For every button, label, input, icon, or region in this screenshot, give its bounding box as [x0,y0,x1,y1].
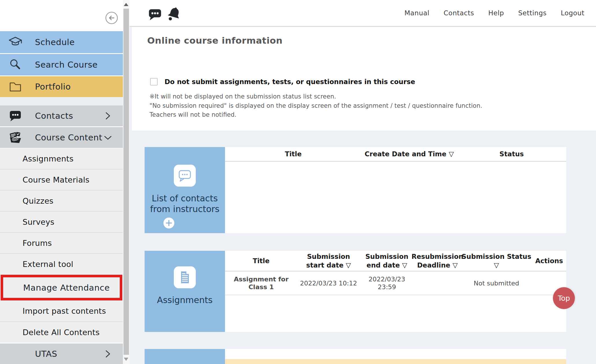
bell-icon[interactable] [167,6,182,21]
main-area: Manual Contacts Help Settings Logout Onl… [130,0,596,364]
scroll-to-top-button[interactable]: Top [553,287,575,309]
column-header-title: Title [225,251,297,271]
menu-logout[interactable]: Logout [561,9,584,17]
menu-manual[interactable]: Manual [404,9,429,17]
top-bar: Manual Contacts Help Settings Logout [130,0,596,27]
sidebar-item-label: Quizzes [23,196,53,205]
sidebar-item-label: Schedule [35,37,75,47]
assignments-table: Title Submission start date ▽ Submission… [225,251,566,295]
sidebar-item-search-course[interactable]: Search Course [0,54,123,75]
sidebar-item-portfolio[interactable]: Portfolio [0,76,123,97]
sidebar-item-label: UTAS [35,349,57,359]
sidebar-item-label: Import past contents [23,307,106,315]
sidebar-item-forums[interactable]: Forums [0,232,123,253]
sidebar-item-utas[interactable]: UTAS [0,343,123,364]
menu-contacts[interactable]: Contacts [444,9,474,17]
next-table-card [145,349,566,364]
sidebar-item-label: Contacts [35,111,73,121]
sidebar-item-label: Portfolio [35,82,71,92]
cell-assignment-title[interactable]: Assignment for Class 1 [225,272,297,295]
scroll-up-icon[interactable] [124,3,128,6]
document-icon [174,266,196,288]
chevron-right-icon [104,350,112,358]
sidebar-item-label: Manage Attendance [23,283,110,293]
sidebar-item-import-past-contents[interactable]: Import past contents [0,300,123,322]
column-header-actions: Actions [532,251,566,271]
note-line: "No submission required" is displayed on… [150,102,482,109]
sidebar-item-label: Assignments [23,154,73,163]
sidebar-item-course-content[interactable]: Course Content [0,127,123,148]
sidebar-item-label: Course Content [35,133,102,142]
chevron-down-icon [104,133,112,142]
column-header-submission-status-sort[interactable]: Submission Status ▽ [461,251,532,271]
sidebar-item-quizzes[interactable]: Quizzes [0,190,123,211]
add-contact-button[interactable] [163,217,175,229]
sidebar-item-course-materials[interactable]: Course Materials [0,169,123,190]
assignments-table-card: Assignments Title Submission start date … [145,251,566,332]
folder-icon [8,79,23,94]
contacts-table: Title Create Date and Time ▽ Status [225,147,566,162]
sidebar-item-label: Search Course [35,60,98,70]
column-header-title: Title [225,147,361,161]
cell-resubmission-deadline [414,272,461,295]
next-table-header [225,349,566,359]
speech-bubble-icon [8,108,23,123]
contacts-table-header: Title Create Date and Time ▽ Status [225,147,566,162]
sidebar-item-label: Forums [23,239,52,248]
sidebar-item-contacts[interactable]: Contacts [0,105,123,126]
sidebar-scrollbar[interactable] [123,0,130,364]
sidebar-item-label: Delete All Contents [23,328,100,337]
page-title: Online course information [147,35,283,46]
scroll-down-icon[interactable] [124,358,128,361]
assignments-panel-label: Assignments [149,295,221,305]
highlighted-row [225,359,566,364]
chat-icon[interactable] [147,6,163,21]
note-line: ※It will not be displayed on the submiss… [150,93,336,100]
sidebar-item-delete-all-contents[interactable]: Delete All Contents [0,322,123,343]
menu-settings[interactable]: Settings [518,9,547,17]
no-submit-checkbox-label: Do not submit assignments, tests, or que… [165,78,415,86]
sidebar-item-label: Surveys [23,218,54,226]
column-header-status: Status [457,147,566,161]
contacts-table-card: List of contacts from instructors Title … [145,147,566,233]
sidebar-item-surveys[interactable]: Surveys [0,211,123,232]
sidebar-divider [0,97,123,105]
cell-submission-status: Not submitted [461,272,532,295]
chevron-right-icon [104,112,112,120]
assignments-panel: Assignments [145,251,225,332]
course-info-panel: Online course information Do not submit … [132,27,596,131]
app-window: Schedule Search Course Portfolio [0,0,596,364]
next-table [225,349,566,359]
sidebar-item-manage-attendance[interactable]: Manage Attendance [1,275,122,300]
top-menu: Manual Contacts Help Settings Logout [404,0,584,26]
column-header-submission-end-sort[interactable]: Submission end date ▽ [360,251,414,271]
sidebar-item-external-tool[interactable]: External tool [0,253,123,275]
magnifier-icon [8,57,23,72]
assignments-table-header: Title Submission start date ▽ Submission… [225,251,566,272]
column-header-submission-start-sort[interactable]: Submission start date ▽ [297,251,360,271]
note-line: Teachers will not be notified. [150,111,237,118]
sidebar-item-schedule[interactable]: Schedule [0,31,123,53]
sidebar: Schedule Search Course Portfolio [0,0,123,364]
column-header-create-date-sort[interactable]: Create Date and Time ▽ [361,147,457,161]
no-submit-option-row: Do not submit assignments, tests, or que… [150,78,415,86]
table-row: Assignment for Class 1 2022/03/23 10:12 … [225,272,566,295]
sidebar-item-label: External tool [23,260,73,269]
content-box-icon [8,130,23,145]
sidebar-item-assignments[interactable]: Assignments [0,148,123,169]
chat-outline-icon [174,165,196,187]
back-arrow-icon [105,11,119,25]
graduation-cap-icon [8,35,23,50]
scrollbar-thumb[interactable] [123,9,129,355]
menu-help[interactable]: Help [488,9,504,17]
cell-submission-start: 2022/03/23 10:12 [297,272,360,295]
contacts-panel: List of contacts from instructors [145,147,225,233]
column-header-resubmission-deadline-sort[interactable]: Resubmission Deadline ▽ [414,251,461,271]
next-panel [145,349,225,364]
contacts-panel-label: List of contacts from instructors [149,193,221,214]
sidebar-item-label: Course Materials [23,175,89,184]
no-submit-checkbox[interactable] [150,78,158,86]
cell-submission-end: 2022/03/23 23:59 [360,272,414,295]
sidebar-collapse-button[interactable] [105,11,119,25]
